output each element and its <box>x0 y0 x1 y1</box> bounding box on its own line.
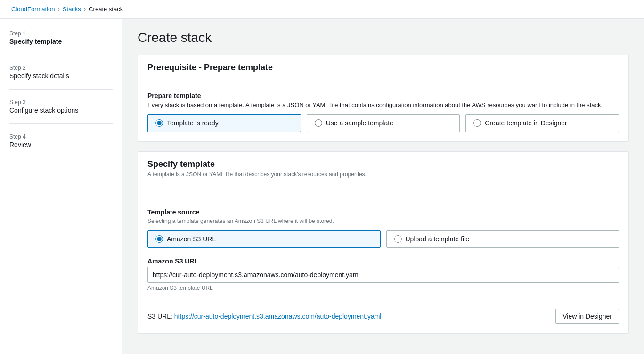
page-title: Create stack <box>138 30 629 45</box>
label-designer: Create template in Designer <box>485 119 567 127</box>
label-upload: Upload a template file <box>406 235 469 243</box>
s3-url-display-value: https://cur-auto-deployment.s3.amazonaws… <box>174 313 382 320</box>
prerequisite-section: Prerequisite - Prepare template Prepare … <box>138 55 629 142</box>
specify-template-section: Specify template A template is a JSON or… <box>138 151 629 334</box>
step4-title: Review <box>9 141 113 148</box>
s3-url-display-row: S3 URL: https://cur-auto-deployment.s3.a… <box>147 301 619 324</box>
option-upload[interactable]: Upload a template file <box>386 230 620 248</box>
view-in-designer-button[interactable]: View in Designer <box>555 309 619 324</box>
radio-designer[interactable] <box>473 119 481 127</box>
step2-title: Specify stack details <box>9 72 113 80</box>
breadcrumb-sep-1: › <box>58 6 60 13</box>
option-designer[interactable]: Create template in Designer <box>465 114 619 132</box>
prerequisite-body: Prepare template Every stack is based on… <box>138 82 628 141</box>
template-source-options: Amazon S3 URL Upload a template file <box>147 230 619 248</box>
s3-url-input[interactable] <box>147 267 619 283</box>
label-sample-template: Use a sample template <box>326 119 393 127</box>
specify-template-header: Specify template A template is a JSON or… <box>138 152 628 191</box>
template-source-label: Template source <box>147 208 619 216</box>
s3-url-display-label: S3 URL: <box>147 313 174 320</box>
sidebar-step-2: Step 2 Specify stack details <box>9 65 113 90</box>
specify-template-body: Template source Selecting a template gen… <box>138 191 628 333</box>
radio-template-ready[interactable] <box>155 119 163 127</box>
label-template-ready: Template is ready <box>167 119 219 127</box>
breadcrumb-cloudformation[interactable]: CloudFormation <box>11 6 55 13</box>
breadcrumb-sep-2: › <box>84 6 86 13</box>
sidebar-step-3: Step 3 Configure stack options <box>9 99 113 124</box>
prepare-template-desc: Every stack is based on a template. A te… <box>147 101 619 108</box>
step2-label: Step 2 <box>9 65 113 71</box>
breadcrumb: CloudFormation › Stacks › Create stack <box>0 0 644 19</box>
prerequisite-title: Prerequisite - Prepare template <box>147 63 619 73</box>
main-content: Create stack Prerequisite - Prepare temp… <box>122 19 644 354</box>
prepare-template-label: Prepare template <box>147 92 619 99</box>
sidebar-step-1: Step 1 Specify template <box>9 30 113 55</box>
s3-url-field-label: Amazon S3 URL <box>147 257 619 265</box>
prerequisite-header: Prerequisite - Prepare template <box>138 55 628 82</box>
prepare-template-options: Template is ready Use a sample template … <box>147 114 619 132</box>
s3-url-hint: Amazon S3 template URL <box>147 285 619 291</box>
label-s3-url: Amazon S3 URL <box>167 235 216 243</box>
template-source-desc: Selecting a template generates an Amazon… <box>147 218 619 224</box>
step1-title: Specify template <box>9 38 113 45</box>
step3-title: Configure stack options <box>9 107 113 114</box>
step3-label: Step 3 <box>9 99 113 106</box>
breadcrumb-current: Create stack <box>89 6 123 13</box>
step1-label: Step 1 <box>9 30 113 37</box>
sidebar-step-4: Step 4 Review <box>9 133 113 158</box>
template-source-group: Template source Selecting a template gen… <box>147 208 619 248</box>
sidebar: Step 1 Specify template Step 2 Specify s… <box>0 19 122 354</box>
s3-url-display: S3 URL: https://cur-auto-deployment.s3.a… <box>147 313 381 320</box>
specify-template-title: Specify template <box>147 159 619 169</box>
option-s3-url[interactable]: Amazon S3 URL <box>147 230 381 248</box>
radio-sample-template[interactable] <box>315 119 322 127</box>
radio-upload[interactable] <box>394 235 402 243</box>
specify-template-desc: A template is a JSON or YAML file that d… <box>147 171 619 178</box>
option-sample-template[interactable]: Use a sample template <box>307 114 460 132</box>
s3-url-field-group: Amazon S3 URL Amazon S3 template URL <box>147 257 619 291</box>
step4-label: Step 4 <box>9 133 113 140</box>
breadcrumb-stacks[interactable]: Stacks <box>63 6 81 13</box>
radio-s3-url[interactable] <box>155 235 163 243</box>
option-template-ready[interactable]: Template is ready <box>147 114 301 132</box>
